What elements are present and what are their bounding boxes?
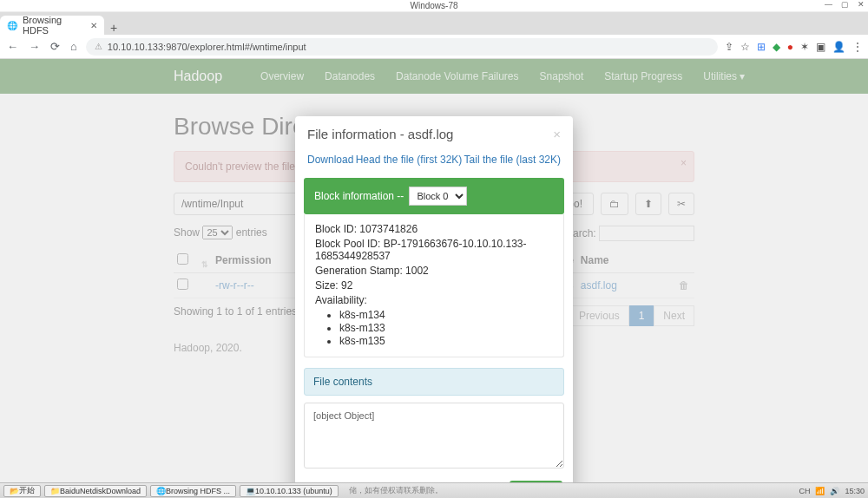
share-icon[interactable]: ⇪ [725,41,733,53]
profile-icon[interactable]: 👤 [832,41,845,53]
url-input[interactable]: ⚠ 10.10.10.133:9870/explorer.html#/wntim… [86,38,718,56]
block-pool-id: Block Pool ID: BP-1791663676-10.10.10.13… [315,238,553,262]
modal-links: Download Head the file (first 32K) Tail … [295,150,573,178]
extensions-icon[interactable]: ✶ [800,41,809,53]
extension-icon[interactable]: ◆ [773,41,780,53]
page-viewport: Hadoop Overview Datanodes Datanode Volum… [0,59,868,482]
window-title: Windows-78 [410,1,457,10]
window-controls: — ▢ ✕ [825,0,865,9]
generation-stamp: Generation Stamp: 1002 [315,265,553,277]
star-icon[interactable]: ☆ [740,41,750,53]
home-icon[interactable]: ⌂ [69,41,79,52]
head-link[interactable]: Head the file (first 32K) [356,154,463,166]
system-tray: CH 📶 🔊 15:30 [799,487,865,495]
taskbar-item[interactable]: 🌐 Browsing HDFS ... [150,485,236,497]
tray-time[interactable]: 15:30 [845,487,865,495]
tab-title: Browsing HDFS [23,15,85,36]
start-button[interactable]: 📂 开始 [3,485,41,497]
window-minimize-icon[interactable]: — [825,0,832,9]
file-contents-textarea[interactable]: [object Object] [304,403,564,469]
adblock-icon[interactable]: ● [787,41,793,53]
modal-header: File information - asdf.log × [295,116,573,150]
tray-network-icon[interactable]: 📶 [815,487,825,495]
availability-node: k8s-m134 [339,309,553,321]
watermark-text: 储，如有侵权请联系删除。 [349,485,443,496]
close-button[interactable]: Close [510,481,562,482]
new-tab-button[interactable]: + [104,21,123,35]
modal-title: File information - asdf.log [307,127,453,141]
taskbar-item[interactable]: 📁 BaiduNetdiskDownload [44,485,147,497]
tail-link[interactable]: Tail the file (last 32K) [464,154,561,166]
close-icon[interactable]: × [553,127,561,141]
translate-icon[interactable]: ⊞ [757,41,766,53]
availability-label: Availability: [315,294,553,306]
window-close-icon[interactable]: ✕ [858,0,865,9]
window-maximize-icon[interactable]: ▢ [841,0,849,9]
block-id: Block ID: 1073741826 [315,223,553,235]
file-info-modal: File information - asdf.log × Download H… [295,116,573,482]
file-contents-header: File contents [304,368,564,396]
forward-icon[interactable]: → [27,41,42,52]
url-text: 10.10.10.133:9870/explorer.html#/wntime/… [108,42,306,52]
tray-lang[interactable]: CH [799,487,810,495]
tray-sound-icon[interactable]: 🔊 [830,487,839,495]
block-info-label: Block information -- [314,190,404,202]
block-details: Block ID: 1073741826 Block Pool ID: BP-1… [304,214,564,357]
globe-icon: 🌐 [7,21,17,30]
window-titlebar: Windows-78 — ▢ ✕ [0,0,868,12]
taskbar-item[interactable]: 💻 10.10.10.133 (ubuntu) [240,485,339,497]
availability-node: k8s-m133 [339,322,553,334]
close-icon[interactable]: ✕ [90,21,97,30]
taskbar: 📂 开始 📁 BaiduNetdiskDownload 🌐 Browsing H… [0,482,868,498]
browser-tabstrip: 🌐 Browsing HDFS ✕ + [0,12,868,35]
block-select[interactable]: Block 0 [409,187,467,206]
insecure-icon: ⚠ [95,42,102,51]
bookmark-icon[interactable]: ▣ [816,41,825,53]
address-bar: ← → ⟳ ⌂ ⚠ 10.10.10.133:9870/explorer.htm… [0,35,868,59]
browser-toolbar-icons: ⇪ ☆ ⊞ ◆ ● ✶ ▣ 👤 ⋮ [725,41,863,53]
download-link[interactable]: Download [307,154,353,166]
modal-footer: Close [295,469,573,482]
block-info-bar: Block information -- Block 0 [304,178,564,214]
availability-node: k8s-m135 [339,335,553,347]
browser-tab[interactable]: 🌐 Browsing HDFS ✕ [0,16,104,35]
reload-icon[interactable]: ⟳ [49,41,62,52]
availability-list: k8s-m134 k8s-m133 k8s-m135 [339,309,553,347]
menu-icon[interactable]: ⋮ [852,41,863,53]
block-size: Size: 92 [315,279,553,292]
back-icon[interactable]: ← [5,41,20,52]
